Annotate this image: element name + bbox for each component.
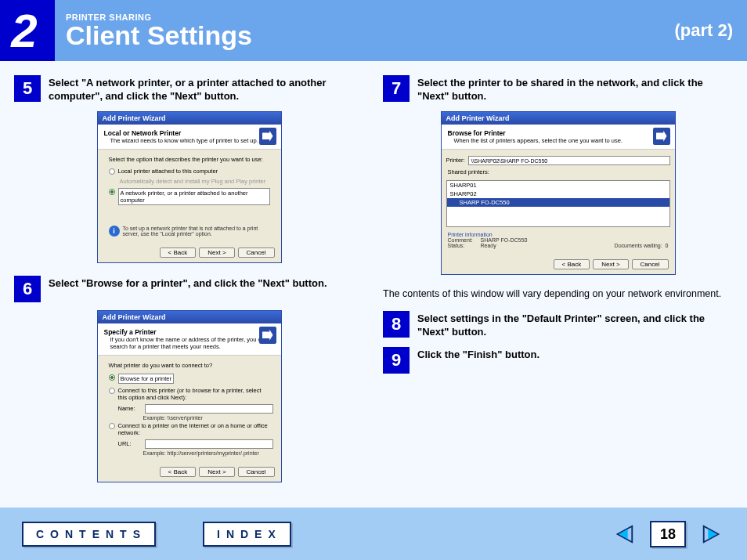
index-button[interactable]: INDEX — [203, 522, 291, 547]
url-example: Example: http://server/printers/myprinte… — [106, 450, 273, 456]
dialog-head-title: Browse for Printer — [448, 129, 669, 137]
option-label: Connect to this printer (or to browse fo… — [118, 387, 270, 401]
part-label: (part 2) — [674, 20, 733, 41]
dialog-header: Browse for Printer When the list of prin… — [442, 125, 675, 150]
url-label: URL: — [118, 440, 142, 447]
dialog-head-title: Local or Network Printer — [104, 129, 275, 137]
list-item[interactable]: SHARP01 — [447, 181, 669, 190]
right-column: 7 Select the printer to be shared in the… — [383, 75, 733, 508]
url-input[interactable] — [145, 439, 273, 449]
shared-printers-label: Shared printers: — [442, 167, 675, 177]
page-number: 18 — [650, 521, 686, 547]
option-prompt: What printer do you want to connect to? — [106, 362, 273, 369]
name-label: Name: — [118, 405, 142, 412]
printer-path-label: Printer: — [446, 157, 465, 164]
option-auto-detect: Automatically detect and install my Plug… — [106, 176, 273, 186]
radio-icon — [109, 168, 115, 175]
step-text: Select "A network printer, or a printer … — [49, 75, 364, 103]
option-label: Browse for a printer — [118, 374, 174, 384]
step-number: 7 — [383, 75, 410, 102]
documents-waiting: Documents waiting: 0 — [615, 243, 669, 248]
status-key: Status: — [448, 243, 476, 248]
option-label: Local printer attached to this computer — [118, 168, 218, 175]
step-number: 5 — [14, 75, 41, 102]
step-7-caption: The contents of this window will vary de… — [383, 287, 733, 300]
info-text: To set up a network printer that is not … — [123, 226, 270, 237]
page-header: 2 PRINTER SHARING Client Settings (part … — [0, 0, 747, 61]
dialog-head-title: Specify a Printer — [104, 328, 275, 336]
option-local-printer[interactable]: Local printer attached to this computer — [106, 166, 273, 176]
next-button[interactable]: Next > — [199, 467, 234, 477]
option-label: Automatically detect and install my Plug… — [120, 178, 266, 185]
dialog-title: Add Printer Wizard — [442, 112, 675, 125]
dialog-button-row: < Back Next > Cancel — [442, 255, 675, 274]
back-button[interactable]: < Back — [160, 247, 197, 258]
printer-path-input[interactable]: \\SHARP02\SHARP FO-DC550 — [468, 156, 670, 165]
dialog-head-subtitle: When the list of printers appears, selec… — [448, 137, 669, 144]
step-number: 6 — [14, 276, 41, 302]
dialog-header: Specify a Printer If you don't know the … — [98, 323, 281, 356]
prev-page-button[interactable] — [611, 521, 637, 547]
back-button[interactable]: < Back — [160, 467, 197, 477]
contents-button[interactable]: CONTENTS — [22, 522, 156, 547]
status-value: Ready — [481, 243, 496, 248]
step-number: 9 — [383, 347, 410, 374]
option-label: Connect to a printer on the Internet or … — [118, 422, 270, 436]
name-field-row: Name: — [106, 403, 273, 415]
dialog-title: Add Printer Wizard — [98, 112, 281, 125]
next-button[interactable]: Next > — [593, 259, 628, 269]
next-button[interactable]: Next > — [199, 247, 234, 258]
list-item-selected[interactable]: SHARP FO-DC550 — [447, 198, 669, 207]
back-button[interactable]: < Back — [554, 259, 590, 269]
cancel-button[interactable]: Cancel — [238, 467, 275, 477]
cancel-button[interactable]: Cancel — [238, 247, 275, 258]
printer-info-heading: Printer information — [448, 232, 669, 237]
info-note: i To set up a network printer that is no… — [106, 222, 273, 237]
name-input[interactable] — [145, 404, 273, 414]
radio-icon — [109, 388, 115, 394]
printer-info-block: Printer information Comment: SHARP FO-DC… — [442, 230, 675, 250]
next-page-button[interactable] — [698, 521, 725, 547]
add-printer-wizard-dialog-specify: Add Printer Wizard Specify a Printer If … — [97, 310, 282, 482]
step-6: 6 Select "Browse for a printer", and cli… — [14, 276, 364, 302]
step-number: 8 — [383, 311, 410, 338]
arrow-left-icon — [613, 523, 635, 545]
step-text: Select settings in the "Default Printer"… — [417, 311, 733, 339]
option-connect-url[interactable]: Connect to a printer on the Internet or … — [106, 421, 273, 438]
step-7: 7 Select the printer to be shared in the… — [383, 75, 733, 103]
option-connect-printer[interactable]: Connect to this printer (or to browse fo… — [106, 385, 273, 403]
option-label: A network printer, or a printer attached… — [118, 188, 270, 205]
radio-icon — [109, 374, 115, 381]
step-8: 8 Select settings in the "Default Printe… — [383, 311, 733, 339]
name-example: Example: \\server\printer — [106, 415, 273, 421]
dialog-button-row: < Back Next > Cancel — [98, 462, 281, 482]
printer-wizard-icon — [653, 128, 670, 145]
dialog-head-subtitle: The wizard needs to know which type of p… — [104, 137, 275, 144]
arrow-right-icon — [701, 523, 723, 545]
step-text: Click the "Finish" button. — [417, 347, 540, 374]
printer-path-row: Printer: \\SHARP02\SHARP FO-DC550 — [442, 154, 675, 167]
printer-wizard-icon — [259, 128, 276, 145]
cancel-button[interactable]: Cancel — [632, 259, 669, 269]
step-text: Select the printer to be shared in the n… — [417, 75, 733, 103]
info-icon: i — [109, 226, 120, 237]
page-footer: CONTENTS INDEX 18 — [0, 508, 747, 560]
comment-value: SHARP FO-DC550 — [481, 237, 528, 243]
list-item[interactable]: SHARP02 — [447, 190, 669, 198]
option-browse-printer[interactable]: Browse for a printer — [106, 372, 273, 385]
comment-key: Comment: — [448, 237, 476, 243]
radio-icon — [109, 189, 115, 195]
dialog-head-subtitle: If you don't know the name or address of… — [104, 336, 275, 350]
option-network-printer[interactable]: A network printer, or a printer attached… — [106, 186, 273, 207]
page-title: Client Settings — [66, 22, 674, 49]
dialog-title: Add Printer Wizard — [98, 311, 281, 323]
dialog-button-row: < Back Next > Cancel — [98, 243, 281, 262]
printer-wizard-icon — [259, 327, 276, 344]
header-text-block: PRINTER SHARING Client Settings — [55, 13, 674, 49]
option-prompt: Select the option that describes the pri… — [106, 156, 273, 163]
shared-printers-list[interactable]: SHARP01 SHARP02 SHARP FO-DC550 — [446, 180, 670, 227]
add-printer-wizard-dialog-local-network: Add Printer Wizard Local or Network Prin… — [97, 111, 282, 263]
dialog-body: Select the option that describes the pri… — [98, 150, 281, 243]
step-9: 9 Click the "Finish" button. — [383, 347, 733, 374]
step-5: 5 Select "A network printer, or a printe… — [14, 75, 364, 103]
